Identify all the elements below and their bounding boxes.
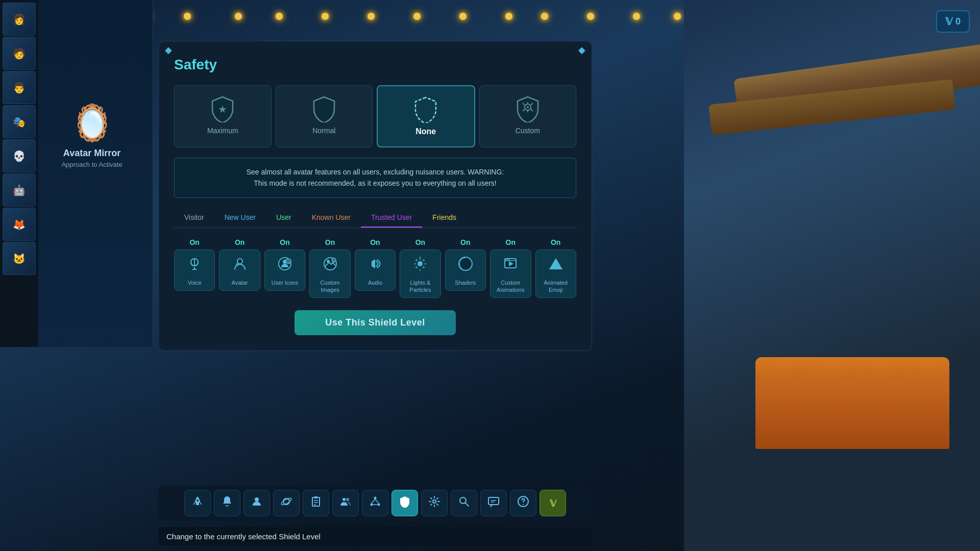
shield-level-normal[interactable]: Normal [276, 85, 373, 147]
left-panel: 👩 🧑 👨 🎭 💀 🤖 🦊 🐱 🪞 Avatar Mirror Approach… [0, 0, 153, 347]
none-level-name: None [383, 127, 469, 136]
audio-status: On [355, 238, 396, 246]
warning-line2: This mode is not recommended, as it expo… [254, 179, 496, 187]
custom-images-icon-box[interactable]: ✓ Custom Images [309, 249, 350, 298]
ceiling-light [322, 13, 329, 20]
avatar-thumb-2: 🧑 [3, 37, 36, 70]
avatar-thumb-7: 🦊 [3, 208, 36, 241]
ceiling-light [505, 13, 512, 20]
svg-point-42 [255, 497, 259, 502]
nav-icon-bell[interactable] [214, 490, 240, 516]
avatar-icon-box[interactable]: Avatar [219, 249, 260, 291]
avatar-icon [232, 256, 248, 275]
warning-line1: See almost all avatar features on all us… [247, 168, 504, 176]
sofa-area [745, 347, 949, 449]
search-icon [458, 495, 470, 511]
animated-emoji-icon [548, 256, 564, 275]
clipboard-icon [310, 495, 322, 511]
svg-point-41 [197, 499, 199, 502]
maximum-level-name: Maximum [180, 127, 266, 135]
feature-voice[interactable]: On Voice [174, 238, 215, 298]
nav-icon-help[interactable] [510, 490, 536, 516]
user-icons-icon-box[interactable]: + User Icons [264, 249, 305, 291]
lights-particles-name: Lights & Particles [403, 279, 437, 294]
svg-point-37 [507, 259, 508, 260]
shield-level-none[interactable]: None [377, 85, 475, 147]
feature-custom-images[interactable]: On ✓ Custom Images [309, 238, 350, 298]
nav-icon-rocket[interactable] [184, 490, 211, 516]
svg-point-25 [423, 259, 425, 261]
shaders-status: On [445, 238, 486, 246]
group-icon [339, 495, 352, 511]
avatar-name: Avatar [232, 279, 248, 286]
person-icon [251, 495, 263, 511]
shaders-icon-box[interactable]: Shaders [445, 249, 486, 291]
custom-images-status: On [309, 238, 350, 246]
svg-point-2 [527, 106, 529, 108]
nav-icon-v-logo[interactable]: 𝕍 [540, 490, 566, 516]
user-tab-user[interactable]: User [266, 208, 302, 228]
nav-icon-network[interactable] [362, 490, 388, 516]
feature-animated-emoji[interactable]: On Animated Emoji [535, 238, 576, 298]
nav-icon-settings[interactable] [421, 490, 448, 516]
ceiling-light [587, 13, 594, 20]
user-tab-friends[interactable]: Friends [422, 208, 467, 228]
svg-point-52 [374, 497, 377, 499]
nav-icon-search[interactable] [451, 490, 477, 516]
svg-point-29 [415, 266, 418, 268]
svg-rect-61 [488, 497, 499, 505]
svg-point-23 [418, 261, 423, 266]
features-grid: On Voice On Avatar On + User Icons On ✓ … [174, 238, 576, 298]
lights-particles-icon-box[interactable]: Lights & Particles [400, 249, 440, 298]
currency-value: 0 [955, 16, 961, 27]
settings-icon [428, 495, 440, 511]
audio-icon-box[interactable]: Audio [355, 249, 396, 291]
right-scene [684, 0, 980, 551]
ceiling-light [276, 13, 283, 20]
custom-animations-icon-box[interactable]: Custom Animations [490, 249, 531, 298]
none-shield-icon [383, 96, 469, 123]
user-tab-new-user[interactable]: New User [214, 208, 266, 228]
shaders-name: Shaders [455, 279, 476, 286]
modal-corner-tr: ◆ [578, 44, 585, 56]
custom-animations-icon [503, 256, 518, 275]
planet-icon [280, 495, 292, 511]
avatar-thumb-5: 💀 [3, 139, 36, 172]
svg-rect-46 [314, 496, 317, 498]
feature-shaders[interactable]: On Shaders [445, 238, 486, 298]
voice-icon-box[interactable]: Voice [174, 249, 215, 291]
nav-icon-chat[interactable] [480, 490, 507, 516]
feature-user-icons[interactable]: On + User Icons [264, 238, 305, 298]
safety-modal: ◆ ◆ Safety ★ Maximum Normal None [158, 41, 592, 351]
nav-icon-shield[interactable] [391, 490, 418, 516]
use-shield-level-button[interactable]: Use This Shield Level [295, 310, 456, 335]
feature-lights-particles[interactable]: On Lights & Particles [400, 238, 440, 298]
ceiling-light [368, 13, 375, 20]
user-tab-trusted-user[interactable]: Trusted User [361, 208, 422, 228]
user-icons-icon: + [277, 256, 292, 275]
custom-images-name: Custom Images [313, 279, 347, 294]
feature-custom-animations[interactable]: On Custom Animations [490, 238, 531, 298]
shield-level-maximum[interactable]: ★ Maximum [174, 85, 272, 147]
custom-animations-name: Custom Animations [494, 279, 527, 294]
currency-badge: 𝕍 0 [936, 10, 970, 33]
feature-audio[interactable]: On Audio [355, 238, 396, 298]
feature-avatar[interactable]: On Avatar [219, 238, 260, 298]
svg-text:✓: ✓ [332, 259, 335, 263]
v-currency-icon: 𝕍 [945, 15, 952, 28]
svg-point-53 [371, 504, 373, 506]
ceiling-light [413, 13, 421, 20]
nav-icon-group[interactable] [332, 490, 359, 516]
couch [755, 378, 949, 449]
nav-icon-clipboard[interactable] [303, 490, 329, 516]
avatar-thumb-3: 👨 [3, 71, 36, 104]
shield-level-custom[interactable]: Custom [479, 85, 577, 147]
custom-animations-status: On [490, 238, 531, 246]
avatar-mirror-area: 🪞 Avatar Mirror Approach to Activate [41, 102, 143, 168]
nav-icon-person[interactable] [243, 490, 270, 516]
animated-emoji-icon-box[interactable]: Animated Emoji [535, 249, 576, 298]
avatar-thumb-4: 🎭 [3, 105, 36, 138]
nav-icon-planet[interactable] [273, 490, 300, 516]
user-tab-visitor[interactable]: Visitor [174, 208, 214, 228]
user-tab-known-user[interactable]: Known User [302, 208, 361, 228]
